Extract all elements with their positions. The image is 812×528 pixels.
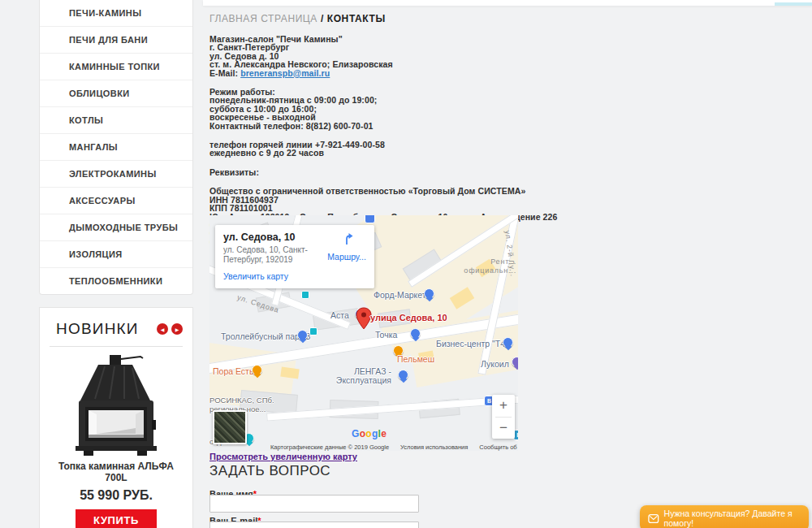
main-pin-label: улица Седова, 10 [370, 313, 447, 322]
sidebar-item[interactable]: ЭЛЕКТРОКАМИНЫ [40, 161, 192, 188]
zoom-in-button[interactable]: + [492, 395, 515, 417]
top-banner-strip [203, 0, 812, 6]
chat-widget-button[interactable]: Нужна консультация? Давайте я помогу! [640, 505, 809, 528]
email-line: E-Mail: breneranspb@mail.ru [209, 69, 534, 77]
poi-lukoil: Лукоил [481, 359, 509, 369]
poi-marker[interactable] [410, 328, 421, 339]
main-content: ГЛАВНАЯ СТРАНИЦА / КОНТАКТЫ Магазин-сало… [209, 6, 534, 246]
buy-button[interactable]: КУПИТЬ [76, 509, 157, 528]
novelties-widget: НОВИНКИ ◀ ▶ Топка каминная АЛЬФА 700L 55… [39, 307, 193, 528]
info-window-title: ул. Седова, 10 [223, 232, 326, 243]
report-error-link[interactable]: Сообщить об ошибке на карте [479, 444, 518, 451]
product-image [40, 353, 192, 457]
requisites-line: КПП 781101001 [209, 204, 534, 212]
top-banner-accent [775, 2, 812, 6]
poi-marker[interactable] [424, 288, 434, 299]
hotline-line: ежедневно с 9 до 22 часов [209, 149, 534, 157]
satellite-view-thumbnail[interactable] [213, 410, 247, 444]
metro-station-icon[interactable] [365, 215, 375, 223]
requisites-title: Реквизиты: [209, 168, 534, 176]
catalog-menu: ПЕЧИ-КАМИНЫПЕЧИ ДЛЯ БАНИКАМИННЫЕ ТОПКИОБ… [39, 0, 193, 295]
transit-stop-icon[interactable] [301, 291, 309, 299]
poi-pelmesh: Пельмеш [397, 354, 434, 364]
poi-rent-line2: официальн... [451, 266, 516, 275]
breadcrumb-current: КОНТАКТЫ [327, 13, 386, 24]
poi-marker[interactable] [512, 357, 518, 367]
poi-business-center: Бизнес-центр "Т4" [436, 339, 508, 348]
poi-marker[interactable] [503, 337, 513, 348]
schedule-line: Контактный телефон: 8(812) 600-70-01 [209, 122, 534, 130]
sidebar-item[interactable]: КАМИННЫЕ ТОПКИ [40, 54, 192, 80]
sidebar-item[interactable]: ИЗОЛЯЦИЯ [40, 241, 192, 268]
breadcrumb-home-link[interactable]: ГЛАВНАЯ СТРАНИЦА [209, 13, 317, 24]
google-logo-letter: o [365, 428, 372, 439]
carousel-prev-button[interactable]: ◀ [157, 323, 168, 335]
map-info-window: ул. Седова, 10 ул. Седова, 10, Санкт-Пет… [215, 225, 374, 288]
sidebar-item[interactable]: КОТЛЫ [40, 107, 192, 134]
terms-link[interactable]: Условия использования [400, 444, 468, 451]
novelties-title: НОВИНКИ [56, 320, 139, 338]
poi-tochka: Точка [375, 330, 397, 340]
email-input[interactable] [209, 522, 419, 528]
view-larger-map-link[interactable]: Просмотреть увеличенную карту [209, 452, 357, 461]
store-address-block: Магазин-салон "Печи Камины"г. Санкт-Пете… [209, 35, 534, 69]
google-logo-letter: g [372, 428, 378, 439]
poi-marker[interactable] [297, 330, 308, 340]
map-data-copyright: Картографические данные © 2019 Google [270, 444, 389, 451]
poi-marker[interactable] [398, 370, 408, 380]
name-input[interactable] [209, 495, 419, 513]
sidebar-item[interactable]: ОБЛИЦОВКИ [40, 80, 192, 107]
divider [50, 346, 183, 347]
question-form-title: ЗАДАТЬ ВОПРОС [209, 463, 330, 479]
poi-pora-est: Пора Есть [213, 366, 253, 376]
product-name[interactable]: Топка каминная АЛЬФА 700L [55, 461, 177, 483]
chat-widget-label: Нужна консультация? Давайте я помогу! [664, 509, 809, 528]
sidebar-item[interactable]: АКСЕССУАРЫ [40, 188, 192, 214]
email-link[interactable]: breneranspb@mail.ru [240, 68, 330, 78]
google-logo[interactable]: Google [352, 428, 387, 439]
enlarge-map-link[interactable]: Увеличить карту [223, 271, 326, 281]
fireplace-illustration [67, 353, 165, 457]
google-map[interactable]: ул. Седова ул. 2-й Лу... Рент... официал… [209, 215, 518, 451]
envelope-icon [648, 513, 659, 524]
map-attribution: Картографические данные © 2019 Google Ус… [270, 444, 518, 451]
schedule-block: Режим работы:понедельник-пятница с 09:00… [209, 88, 534, 130]
poi-asta: Аста [330, 310, 349, 320]
email-label: E-Mail: [209, 68, 240, 78]
map-zoom-control: + − [492, 395, 515, 439]
carousel-next-button[interactable]: ▶ [171, 323, 183, 335]
sidebar-item[interactable]: ТЕПЛООБМЕННИКИ [40, 268, 192, 294]
product-price: 55 990 РУБ. [40, 488, 192, 503]
transit-stop-icon[interactable] [309, 327, 317, 335]
breadcrumb: ГЛАВНАЯ СТРАНИЦА / КОНТАКТЫ [209, 13, 534, 24]
breadcrumb-separator: / [317, 13, 327, 24]
poi-marker[interactable] [252, 365, 262, 375]
map-road [266, 395, 518, 422]
zoom-out-button[interactable]: − [492, 418, 515, 439]
poi-rent-line1: Рент... [455, 258, 516, 266]
poi-ford-market: Форд-Маркет [374, 290, 426, 300]
google-logo-letter: G [352, 428, 360, 439]
directions-label: Маршру... [326, 252, 368, 262]
google-logo-letter: e [381, 428, 387, 439]
poi-lengaz-line2: Эксплуатация [326, 375, 391, 385]
sidebar-item[interactable]: МАНГАЛЫ [40, 134, 192, 161]
main-map-pin-icon[interactable] [356, 307, 372, 330]
sidebar-item[interactable]: ДЫМОХОДНЫЕ ТРУБЫ [40, 214, 192, 241]
hotline-block: телефон горячей линии +7-921-449-00-58еж… [209, 141, 534, 158]
directions-button[interactable]: Маршру... [326, 232, 368, 281]
sidebar-item[interactable]: ПЕЧИ-КАМИНЫ [40, 0, 192, 27]
info-window-address: ул. Седова, 10, Санкт-Петербург, 192019 [223, 245, 319, 265]
sidebar-item[interactable]: ПЕЧИ ДЛЯ БАНИ [40, 27, 192, 54]
directions-icon [339, 232, 354, 246]
